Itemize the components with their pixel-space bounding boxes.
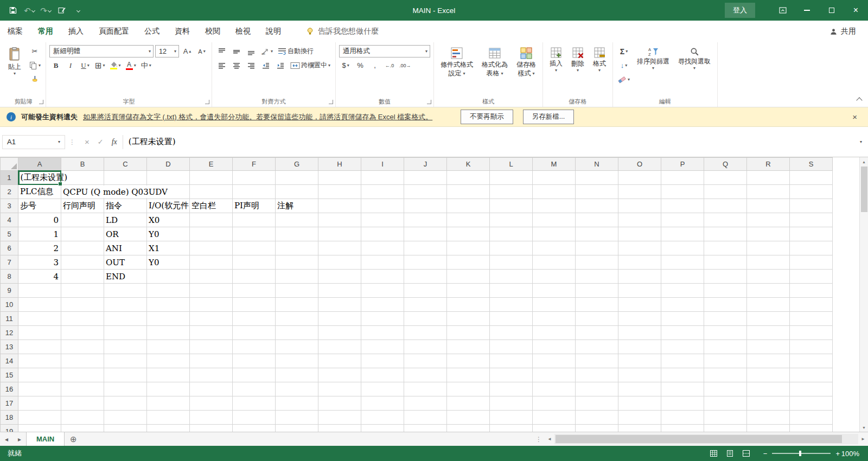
font-color-button[interactable]: A ▾ (124, 59, 138, 72)
cell-I1[interactable] (361, 171, 404, 185)
cell-O2[interactable] (618, 185, 661, 199)
cell-R19[interactable] (747, 425, 790, 432)
message-bar-link[interactable]: 如果將活頁簿儲存為文字 (.txt) 格式，會遺失部分功能。若要保留這些功能，請… (83, 112, 432, 122)
font-size-combo[interactable]: 12 ▾ (155, 45, 179, 57)
cell-P4[interactable] (661, 213, 704, 227)
cell-H8[interactable] (318, 270, 361, 284)
cell-N5[interactable] (576, 227, 618, 241)
previous-sheet-button[interactable]: ◂ (0, 432, 13, 446)
cell-E12[interactable] (190, 326, 233, 340)
cell-P11[interactable] (661, 312, 704, 326)
cell-K19[interactable] (447, 425, 490, 432)
message-bar-close-button[interactable]: × (848, 112, 861, 121)
cell-D4[interactable]: X0 (147, 213, 190, 227)
cell-J5[interactable] (404, 227, 447, 241)
fill-color-button[interactable]: ▾ (108, 59, 123, 72)
cell-N2[interactable] (576, 185, 618, 199)
cell-M3[interactable] (533, 199, 576, 213)
sign-in-button[interactable]: 登入 (725, 3, 755, 18)
save-as-button[interactable]: 另存新檔... (523, 110, 574, 124)
cell-G10[interactable] (276, 298, 318, 312)
zoom-level[interactable]: 100% (840, 450, 868, 458)
cell-P1[interactable] (661, 171, 704, 185)
cell-S3[interactable] (790, 199, 833, 213)
cell-M8[interactable] (533, 270, 576, 284)
bold-button[interactable]: B (49, 59, 62, 72)
cell-O8[interactable] (618, 270, 661, 284)
cell-P7[interactable] (661, 255, 704, 270)
cell-F18[interactable] (233, 411, 276, 425)
cell-E18[interactable] (190, 411, 233, 425)
cell-A11[interactable] (18, 312, 61, 326)
column-header-Q[interactable]: Q (704, 158, 747, 171)
cell-N19[interactable] (576, 425, 618, 432)
cell-C17[interactable] (104, 396, 147, 411)
cell-J4[interactable] (404, 213, 447, 227)
cell-K4[interactable] (447, 213, 490, 227)
cell-B5[interactable] (61, 227, 104, 241)
scroll-right-button[interactable]: ► (858, 432, 868, 446)
align-right-button[interactable] (245, 59, 258, 72)
cell-S11[interactable] (790, 312, 833, 326)
cell-L6[interactable] (490, 241, 533, 255)
cell-C10[interactable] (104, 298, 147, 312)
share-button[interactable]: 共用 (829, 27, 856, 36)
cell-A6[interactable]: 2 (18, 241, 61, 255)
cell-S13[interactable] (790, 340, 833, 354)
cell-M14[interactable] (533, 354, 576, 368)
cell-D14[interactable] (147, 354, 190, 368)
cell-O7[interactable] (618, 255, 661, 270)
cell-L16[interactable] (490, 382, 533, 396)
cell-S12[interactable] (790, 326, 833, 340)
cell-H15[interactable] (318, 368, 361, 382)
row-header-1[interactable]: 1 (1, 171, 18, 185)
column-header-J[interactable]: J (404, 158, 447, 171)
row-header-16[interactable]: 16 (1, 382, 18, 396)
cell-G9[interactable] (276, 284, 318, 298)
cell-G3[interactable]: 注解 (276, 199, 318, 213)
tab-formulas[interactable]: 公式 (137, 21, 167, 42)
cell-O17[interactable] (618, 396, 661, 411)
cell-O16[interactable] (618, 382, 661, 396)
cell-C12[interactable] (104, 326, 147, 340)
cell-B17[interactable] (61, 396, 104, 411)
delete-cells-button[interactable]: 刪除 ▾ (568, 45, 588, 74)
cell-C8[interactable]: END (104, 270, 147, 284)
cell-B4[interactable] (61, 213, 104, 227)
cell-A18[interactable] (18, 411, 61, 425)
cell-F8[interactable] (233, 270, 276, 284)
cell-P9[interactable] (661, 284, 704, 298)
cell-P5[interactable] (661, 227, 704, 241)
cell-F14[interactable] (233, 354, 276, 368)
cell-F7[interactable] (233, 255, 276, 270)
tab-page-layout[interactable]: 頁面配置 (91, 21, 137, 42)
row-header-17[interactable]: 17 (1, 396, 18, 411)
cell-L18[interactable] (490, 411, 533, 425)
cell-O12[interactable] (618, 326, 661, 340)
cell-O13[interactable] (618, 340, 661, 354)
cell-K17[interactable] (447, 396, 490, 411)
cell-O14[interactable] (618, 354, 661, 368)
cell-I8[interactable] (361, 270, 404, 284)
top-align-button[interactable] (215, 45, 228, 57)
cell-E6[interactable] (190, 241, 233, 255)
cell-G12[interactable] (276, 326, 318, 340)
cell-B3[interactable]: 行间声明 (61, 199, 104, 213)
cell-S8[interactable] (790, 270, 833, 284)
page-layout-view-button[interactable] (722, 446, 738, 461)
cell-K15[interactable] (447, 368, 490, 382)
column-header-R[interactable]: R (747, 158, 790, 171)
cell-S6[interactable] (790, 241, 833, 255)
cell-B11[interactable] (61, 312, 104, 326)
cell-A13[interactable] (18, 340, 61, 354)
cell-B14[interactable] (61, 354, 104, 368)
cell-O15[interactable] (618, 368, 661, 382)
cell-G13[interactable] (276, 340, 318, 354)
cell-Q10[interactable] (704, 298, 747, 312)
cell-S16[interactable] (790, 382, 833, 396)
number-format-combo[interactable]: 通用格式 ▾ (339, 45, 430, 57)
cell-F3[interactable]: PI声明 (233, 199, 276, 213)
clear-button[interactable]: ▾ (616, 73, 631, 86)
cell-R15[interactable] (747, 368, 790, 382)
cell-S4[interactable] (790, 213, 833, 227)
